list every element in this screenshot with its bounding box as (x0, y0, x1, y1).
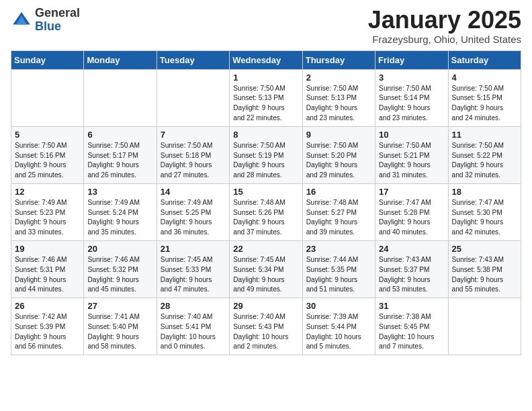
day-info: Sunrise: 7:48 AM Sunset: 5:27 PM Dayligh… (306, 198, 371, 238)
calendar-cell: 1Sunrise: 7:50 AM Sunset: 5:13 PM Daylig… (230, 69, 302, 126)
calendar-cell: 17Sunrise: 7:47 AM Sunset: 5:28 PM Dayli… (375, 183, 448, 240)
calendar-cell: 30Sunrise: 7:39 AM Sunset: 5:44 PM Dayli… (302, 298, 375, 355)
day-number: 7 (161, 130, 226, 140)
day-number: 23 (306, 244, 371, 254)
day-info: Sunrise: 7:50 AM Sunset: 5:21 PM Dayligh… (379, 141, 444, 181)
day-info: Sunrise: 7:43 AM Sunset: 5:37 PM Dayligh… (379, 255, 444, 295)
calendar-cell: 25Sunrise: 7:43 AM Sunset: 5:38 PM Dayli… (448, 240, 521, 298)
day-number: 5 (15, 130, 80, 140)
calendar-cell: 16Sunrise: 7:48 AM Sunset: 5:27 PM Dayli… (302, 183, 375, 240)
logo-general: General (35, 6, 80, 19)
calendar-cell: 15Sunrise: 7:48 AM Sunset: 5:26 PM Dayli… (230, 183, 302, 240)
calendar-week-row: 5Sunrise: 7:50 AM Sunset: 5:16 PM Daylig… (11, 126, 521, 183)
day-info: Sunrise: 7:41 AM Sunset: 5:40 PM Dayligh… (87, 312, 152, 352)
day-info: Sunrise: 7:42 AM Sunset: 5:39 PM Dayligh… (15, 312, 80, 352)
day-number: 2 (306, 73, 371, 83)
day-header-monday: Monday (84, 50, 157, 69)
title-block: January 2025 Frazeysburg, Ohio, United S… (368, 7, 521, 45)
calendar-cell: 31Sunrise: 7:38 AM Sunset: 5:45 PM Dayli… (375, 298, 448, 355)
calendar-cell: 11Sunrise: 7:50 AM Sunset: 5:22 PM Dayli… (448, 126, 521, 183)
day-header-sunday: Sunday (11, 50, 84, 69)
calendar-cell: 27Sunrise: 7:41 AM Sunset: 5:40 PM Dayli… (84, 298, 157, 355)
calendar-header-row: SundayMondayTuesdayWednesdayThursdayFrid… (11, 50, 521, 69)
calendar-cell: 22Sunrise: 7:45 AM Sunset: 5:34 PM Dayli… (230, 240, 302, 298)
day-header-tuesday: Tuesday (157, 50, 229, 69)
day-info: Sunrise: 7:50 AM Sunset: 5:18 PM Dayligh… (161, 141, 226, 181)
calendar-cell: 8Sunrise: 7:50 AM Sunset: 5:19 PM Daylig… (230, 126, 302, 183)
day-number: 28 (161, 301, 226, 311)
day-number: 8 (233, 130, 298, 140)
day-info: Sunrise: 7:45 AM Sunset: 5:33 PM Dayligh… (161, 255, 226, 295)
logo-blue: Blue (35, 19, 61, 33)
day-number: 20 (87, 244, 152, 254)
day-number: 12 (15, 187, 80, 197)
day-info: Sunrise: 7:38 AM Sunset: 5:45 PM Dayligh… (379, 312, 444, 352)
calendar-cell: 7Sunrise: 7:50 AM Sunset: 5:18 PM Daylig… (157, 126, 229, 183)
day-number: 1 (233, 73, 298, 83)
day-info: Sunrise: 7:45 AM Sunset: 5:34 PM Dayligh… (233, 255, 298, 295)
calendar-cell: 28Sunrise: 7:40 AM Sunset: 5:41 PM Dayli… (157, 298, 229, 355)
calendar-cell: 10Sunrise: 7:50 AM Sunset: 5:21 PM Dayli… (375, 126, 448, 183)
day-info: Sunrise: 7:46 AM Sunset: 5:31 PM Dayligh… (15, 255, 80, 295)
calendar-cell: 20Sunrise: 7:46 AM Sunset: 5:32 PM Dayli… (84, 240, 157, 298)
calendar-cell: 23Sunrise: 7:44 AM Sunset: 5:35 PM Dayli… (302, 240, 375, 298)
day-info: Sunrise: 7:43 AM Sunset: 5:38 PM Dayligh… (452, 255, 517, 295)
day-number: 27 (87, 301, 152, 311)
calendar-cell: 3Sunrise: 7:50 AM Sunset: 5:14 PM Daylig… (375, 69, 448, 126)
day-header-wednesday: Wednesday (230, 50, 302, 69)
day-header-friday: Friday (375, 50, 448, 69)
day-number: 29 (233, 301, 298, 311)
day-info: Sunrise: 7:49 AM Sunset: 5:24 PM Dayligh… (87, 198, 152, 238)
calendar-cell (448, 298, 521, 355)
logo-icon (11, 9, 32, 31)
day-number: 22 (233, 244, 298, 254)
calendar-cell: 6Sunrise: 7:50 AM Sunset: 5:17 PM Daylig… (84, 126, 157, 183)
day-info: Sunrise: 7:49 AM Sunset: 5:25 PM Dayligh… (161, 198, 226, 238)
calendar-cell (157, 69, 229, 126)
day-number: 11 (452, 130, 517, 140)
day-number: 16 (306, 187, 371, 197)
day-info: Sunrise: 7:50 AM Sunset: 5:13 PM Dayligh… (233, 84, 298, 124)
day-number: 4 (452, 73, 517, 83)
day-number: 25 (452, 244, 517, 254)
day-number: 18 (452, 187, 517, 197)
calendar-week-row: 26Sunrise: 7:42 AM Sunset: 5:39 PM Dayli… (11, 298, 521, 355)
calendar-week-row: 12Sunrise: 7:49 AM Sunset: 5:23 PM Dayli… (11, 183, 521, 240)
calendar-cell: 13Sunrise: 7:49 AM Sunset: 5:24 PM Dayli… (84, 183, 157, 240)
calendar-cell: 18Sunrise: 7:47 AM Sunset: 5:30 PM Dayli… (448, 183, 521, 240)
calendar-cell (11, 69, 84, 126)
day-info: Sunrise: 7:46 AM Sunset: 5:32 PM Dayligh… (87, 255, 152, 295)
calendar-cell: 29Sunrise: 7:40 AM Sunset: 5:43 PM Dayli… (230, 298, 302, 355)
month-title: January 2025 (368, 7, 521, 34)
day-number: 19 (15, 244, 80, 254)
calendar-cell: 5Sunrise: 7:50 AM Sunset: 5:16 PM Daylig… (11, 126, 84, 183)
calendar-cell (84, 69, 157, 126)
location-subtitle: Frazeysburg, Ohio, United States (368, 34, 521, 45)
day-number: 10 (379, 130, 444, 140)
day-number: 3 (379, 73, 444, 83)
day-info: Sunrise: 7:47 AM Sunset: 5:28 PM Dayligh… (379, 198, 444, 238)
page: General Blue January 2025 Frazeysburg, O… (0, 0, 532, 366)
day-info: Sunrise: 7:50 AM Sunset: 5:14 PM Dayligh… (379, 84, 444, 124)
day-number: 30 (306, 301, 371, 311)
calendar-cell: 24Sunrise: 7:43 AM Sunset: 5:37 PM Dayli… (375, 240, 448, 298)
header: General Blue January 2025 Frazeysburg, O… (11, 7, 521, 45)
calendar-cell: 26Sunrise: 7:42 AM Sunset: 5:39 PM Dayli… (11, 298, 84, 355)
day-number: 14 (161, 187, 226, 197)
day-info: Sunrise: 7:50 AM Sunset: 5:20 PM Dayligh… (306, 141, 371, 181)
logo-text: General Blue (35, 7, 80, 34)
day-info: Sunrise: 7:40 AM Sunset: 5:43 PM Dayligh… (233, 312, 298, 352)
calendar-week-row: 1Sunrise: 7:50 AM Sunset: 5:13 PM Daylig… (11, 69, 521, 126)
calendar-cell: 19Sunrise: 7:46 AM Sunset: 5:31 PM Dayli… (11, 240, 84, 298)
day-info: Sunrise: 7:44 AM Sunset: 5:35 PM Dayligh… (306, 255, 371, 295)
logo: General Blue (11, 7, 80, 34)
day-info: Sunrise: 7:49 AM Sunset: 5:23 PM Dayligh… (15, 198, 80, 238)
day-info: Sunrise: 7:40 AM Sunset: 5:41 PM Dayligh… (161, 312, 226, 352)
day-info: Sunrise: 7:39 AM Sunset: 5:44 PM Dayligh… (306, 312, 371, 352)
calendar-cell: 2Sunrise: 7:50 AM Sunset: 5:13 PM Daylig… (302, 69, 375, 126)
day-header-saturday: Saturday (448, 50, 521, 69)
day-number: 15 (233, 187, 298, 197)
day-number: 24 (379, 244, 444, 254)
calendar-cell: 14Sunrise: 7:49 AM Sunset: 5:25 PM Dayli… (157, 183, 229, 240)
day-info: Sunrise: 7:50 AM Sunset: 5:15 PM Dayligh… (452, 84, 517, 124)
